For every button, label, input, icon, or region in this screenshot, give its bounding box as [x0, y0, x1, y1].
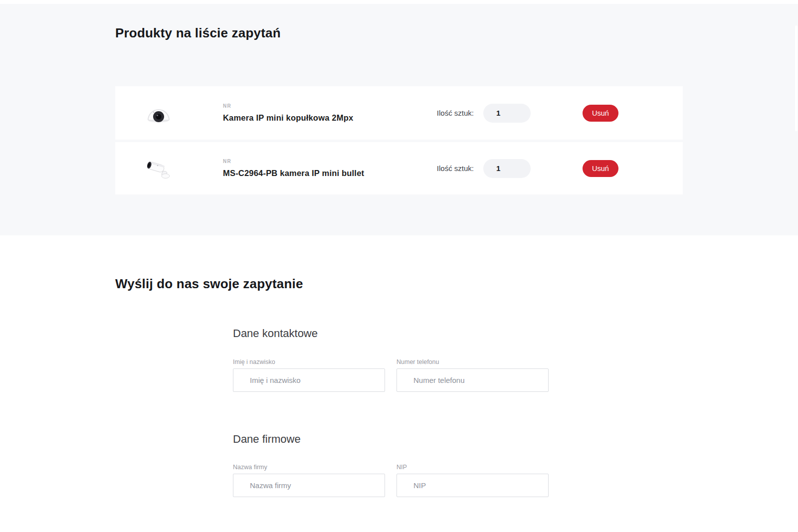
bullet-camera-icon [143, 156, 175, 181]
contact-fields-row: Imię i nazwisko Numer telefonu [233, 358, 683, 392]
dome-camera-icon [144, 101, 174, 125]
company-name-field-group: Nazwa firmy [233, 464, 385, 497]
remove-button[interactable]: Usuń [583, 160, 618, 177]
header-bottom-strip [0, 0, 798, 4]
contact-group-title: Dane kontaktowe [233, 327, 683, 341]
remove-button[interactable]: Usuń [583, 105, 618, 122]
company-fields-row: Nazwa firmy NIP [233, 464, 683, 497]
product-code-label: NR [223, 103, 422, 109]
name-field-group: Imię i nazwisko [233, 358, 385, 392]
product-name-link[interactable]: MS-C2964-PB kamera IP mini bullet [223, 169, 422, 178]
product-image-bullet-camera[interactable] [136, 156, 181, 181]
product-row: NR MS-C2964-PB kamera IP mini bullet Ilo… [115, 142, 683, 194]
product-image-dome-camera[interactable] [136, 101, 181, 125]
product-code-label: NR [223, 159, 422, 164]
company-group-title: Dane firmowe [233, 432, 683, 446]
phone-field-group: Numer telefonu [397, 358, 549, 392]
inquiry-form-section: Wyślij do nas swoje zapytanie Dane konta… [0, 235, 798, 532]
inquiry-form: Dane kontaktowe Imię i nazwisko Numer te… [233, 327, 683, 532]
phone-field-label: Numer telefonu [397, 358, 549, 365]
quantity-label: Ilość sztuk: [437, 164, 474, 173]
product-row: NR Kamera IP mini kopułkowa 2Mpx Ilość s… [115, 86, 683, 140]
nip-field-label: NIP [397, 464, 549, 471]
product-row-controls: Ilość sztuk: Usuń [437, 104, 618, 123]
company-name-field-label: Nazwa firmy [233, 464, 385, 471]
quantity-label: Ilość sztuk: [437, 109, 474, 117]
page-title: Produkty na liście zapytań [115, 4, 683, 41]
name-input[interactable] [233, 368, 385, 392]
product-name-link[interactable]: Kamera IP mini kopułkowa 2Mpx [223, 113, 422, 123]
quantity-input[interactable] [483, 104, 531, 123]
bottom-spacer [233, 497, 683, 532]
scrollbar-thumb[interactable] [795, 25, 798, 131]
phone-input[interactable] [397, 368, 549, 392]
nip-input[interactable] [397, 474, 549, 497]
nip-field-group: NIP [397, 464, 549, 497]
form-title: Wyślij do nas swoje zapytanie [115, 235, 683, 292]
product-info: NR MS-C2964-PB kamera IP mini bullet [223, 159, 422, 178]
quantity-input[interactable] [483, 159, 531, 178]
product-info: NR Kamera IP mini kopułkowa 2Mpx [223, 103, 422, 123]
name-field-label: Imię i nazwisko [233, 358, 385, 365]
product-list: NR Kamera IP mini kopułkowa 2Mpx Ilość s… [115, 86, 683, 194]
company-name-input[interactable] [233, 474, 385, 497]
inquiry-products-section: Produkty na liście zapytań NR [0, 4, 798, 235]
product-row-controls: Ilość sztuk: Usuń [437, 159, 618, 178]
